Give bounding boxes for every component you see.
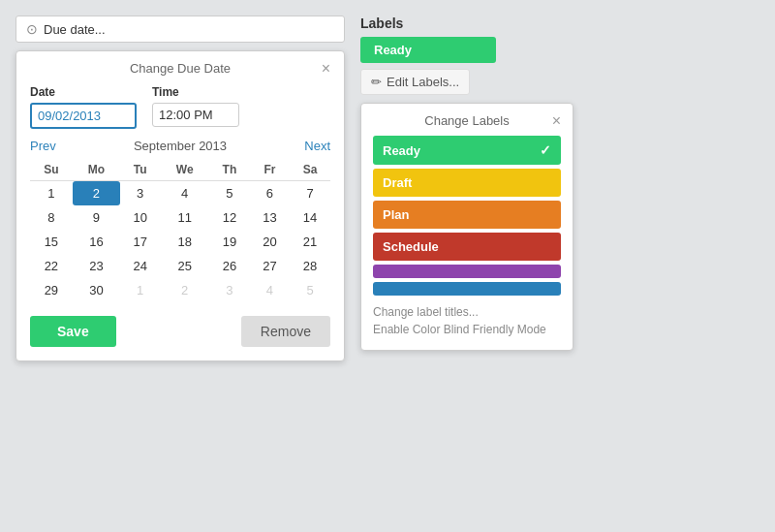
calendar-day[interactable]: 8	[30, 205, 73, 230]
weekday-sa: Sa	[290, 159, 330, 181]
popup-actions: Save Remove	[30, 316, 330, 347]
calendar-day[interactable]: 30	[73, 278, 120, 302]
due-date-trigger-label: Due date...	[44, 22, 106, 37]
label-item[interactable]: Schedule	[373, 233, 561, 261]
weekday-su: Su	[30, 159, 73, 181]
calendar-table: Su Mo Tu We Th Fr Sa 1234567891011121314…	[30, 159, 330, 302]
calendar-day[interactable]: 15	[30, 230, 73, 254]
change-labels-popup: Change Labels × Ready✓DraftPlanSchedule …	[360, 103, 574, 351]
label-item[interactable]	[373, 282, 561, 296]
date-label: Date	[30, 85, 137, 99]
calendar-day[interactable]: 1	[120, 278, 160, 302]
change-due-date-popup: Change Due Date × Date Time Prev Septemb…	[16, 50, 345, 361]
calendar-day[interactable]: 18	[160, 230, 209, 254]
popup-title: Change Due Date	[130, 61, 231, 76]
weekday-tu: Tu	[120, 159, 160, 181]
save-button[interactable]: Save	[30, 316, 116, 347]
labels-title: Labels	[360, 16, 760, 31]
labels-section: Labels Ready ✏ Edit Labels...	[360, 16, 760, 95]
labels-popup-header: Change Labels ×	[373, 113, 561, 128]
calendar-day[interactable]: 5	[209, 181, 250, 206]
calendar-day[interactable]: 24	[120, 254, 160, 278]
calendar-day[interactable]: 19	[209, 230, 250, 254]
date-input[interactable]	[30, 103, 137, 129]
label-check-icon: ✓	[540, 142, 551, 158]
weekday-we: We	[160, 159, 209, 181]
time-input[interactable]	[152, 103, 239, 127]
popup-header: Change Due Date ×	[30, 61, 330, 76]
label-item-name: Plan	[383, 207, 409, 222]
calendar-day[interactable]: 25	[160, 254, 209, 278]
calendar-day[interactable]: 22	[30, 254, 73, 278]
calendar-day[interactable]: 3	[209, 278, 250, 302]
calendar-day[interactable]: 27	[250, 254, 290, 278]
calendar-day[interactable]: 4	[250, 278, 290, 302]
calendar-day[interactable]: 7	[290, 181, 330, 206]
label-item-name: Schedule	[383, 239, 439, 254]
label-item[interactable]: Ready✓	[373, 136, 561, 165]
due-date-trigger-button[interactable]: ⊙ Due date...	[16, 16, 345, 43]
calendar-day[interactable]: 21	[290, 230, 330, 254]
calendar-day[interactable]: 26	[209, 254, 250, 278]
calendar-day[interactable]: 16	[73, 230, 120, 254]
calendar-next-button[interactable]: Next	[304, 139, 330, 153]
calendar-nav: Prev September 2013 Next	[30, 139, 330, 153]
calendar-day[interactable]: 29	[30, 278, 73, 302]
calendar-day[interactable]: 3	[120, 181, 160, 206]
label-list: Ready✓DraftPlanSchedule	[373, 136, 561, 296]
calendar-day[interactable]: 1	[30, 181, 73, 206]
calendar-month-year: September 2013	[134, 139, 227, 153]
pencil-icon: ✏	[371, 75, 382, 89]
weekday-mo: Mo	[73, 159, 120, 181]
weekday-th: Th	[209, 159, 250, 181]
clock-icon: ⊙	[26, 21, 38, 37]
popup-close-icon[interactable]: ×	[322, 61, 330, 77]
popup-footer-links: Change label titles... Enable Color Blin…	[373, 305, 561, 336]
label-item-name: Draft	[383, 175, 412, 190]
time-label: Time	[152, 85, 239, 99]
weekday-fr: Fr	[250, 159, 290, 181]
color-blind-mode-link[interactable]: Enable Color Blind Friendly Mode	[373, 323, 561, 336]
calendar-day[interactable]: 2	[73, 181, 120, 206]
calendar-day[interactable]: 2	[160, 278, 209, 302]
time-group: Time	[152, 85, 239, 129]
left-panel: ⊙ Due date... Change Due Date × Date Tim…	[16, 16, 345, 361]
calendar-day[interactable]: 23	[73, 254, 120, 278]
calendar-day[interactable]: 12	[209, 205, 250, 230]
calendar-day[interactable]: 28	[290, 254, 330, 278]
date-time-row: Date Time	[30, 85, 330, 129]
label-item[interactable]: Plan	[373, 201, 561, 229]
calendar-day[interactable]: 9	[73, 205, 120, 230]
ready-badge: Ready	[360, 37, 496, 63]
labels-popup-title: Change Labels	[424, 113, 509, 128]
calendar-day[interactable]: 10	[120, 205, 160, 230]
date-group: Date	[30, 85, 137, 129]
edit-labels-button[interactable]: ✏ Edit Labels...	[360, 69, 470, 95]
edit-labels-label: Edit Labels...	[387, 75, 459, 89]
calendar-day[interactable]: 13	[250, 205, 290, 230]
calendar-day[interactable]: 4	[160, 181, 209, 206]
label-item[interactable]: Draft	[373, 169, 561, 197]
label-item[interactable]	[373, 265, 561, 278]
calendar-day[interactable]: 17	[120, 230, 160, 254]
label-item-name: Ready	[383, 143, 420, 158]
calendar-prev-button[interactable]: Prev	[30, 139, 56, 153]
calendar-day[interactable]: 5	[290, 278, 330, 302]
calendar-day[interactable]: 14	[290, 205, 330, 230]
calendar-day[interactable]: 6	[250, 181, 290, 206]
labels-popup-close-icon[interactable]: ×	[552, 112, 561, 130]
calendar-day[interactable]: 20	[250, 230, 290, 254]
calendar-day[interactable]: 11	[160, 205, 209, 230]
remove-button[interactable]: Remove	[241, 316, 330, 347]
change-label-titles-link[interactable]: Change label titles...	[373, 305, 561, 319]
right-panel: Labels Ready ✏ Edit Labels... Change Lab…	[360, 16, 760, 351]
